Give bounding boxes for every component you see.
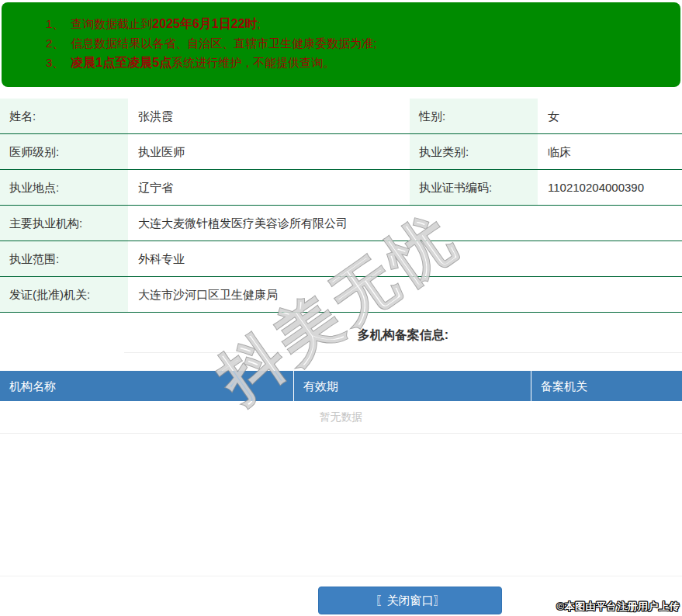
copyright-note: ©本图由平台注册用户上传 [556,600,680,614]
info-value: 临床 [538,134,682,169]
footer-divider [0,576,682,576]
info-value: 外科专业 [128,241,682,276]
notice-line: 2、信息数据结果以各省、自治区、直辖市卫生健康委数据为准; [46,33,665,53]
record-table: 机构名称有效期备案机关 暂无数据 [0,371,682,434]
info-value: 执业医师 [128,134,410,169]
record-column-header: 有效期 [293,371,531,401]
page: 1、查询数据截止到2025年6月1日22时;2、信息数据结果以各省、自治区、直辖… [0,2,682,434]
notice-number: 2、 [46,36,64,50]
info-label: 执业范围: [0,241,128,276]
info-row: 执业范围:外科专业 [0,241,682,277]
multi-org-heading: 多机构备案信息: [358,328,448,341]
notice-text: 查询数据截止到 [71,17,152,30]
info-value: 110210204000390 [538,170,682,205]
button-row: 〖关闭窗口〗 [318,587,502,614]
info-label: 执业地点: [0,170,128,205]
info-label: 发证(批准)机关: [0,277,128,312]
notice-text: ; [258,17,261,30]
info-value: 张洪霞 [128,99,410,133]
info-label: 医师级别: [0,134,128,169]
info-label: 性别: [410,99,538,133]
notice-banner: 1、查询数据截止到2025年6月1日22时;2、信息数据结果以各省、自治区、直辖… [2,2,680,87]
multi-org-section: 多机构备案信息: [124,313,682,353]
notice-line: 1、查询数据截止到2025年6月1日22时; [46,14,665,33]
notice-text: 凌晨1点至凌晨5点 [71,56,171,69]
notice-number: 3、 [46,56,64,69]
info-value: 女 [538,99,682,133]
info-label: 执业类别: [410,134,538,169]
info-row: 姓名:张洪霞性别:女 [0,99,682,134]
record-table-empty-text: 暂无数据 [0,401,682,434]
notice-list: 1、查询数据截止到2025年6月1日22时;2、信息数据结果以各省、自治区、直辖… [46,14,665,72]
doctor-info-table: 姓名:张洪霞性别:女医师级别:执业医师执业类别:临床执业地点:辽宁省执业证书编码… [0,99,682,313]
notice-text: 系统进行维护，不能提供查询。 [171,56,334,69]
info-row: 执业地点:辽宁省执业证书编码:110210204000390 [0,170,682,206]
record-table-header: 机构名称有效期备案机关 [0,371,682,401]
info-value: 大连大麦微针植发医疗美容诊所有限公司 [128,206,682,241]
info-row: 发证(批准)机关:大连市沙河口区卫生健康局 [0,277,682,313]
info-label: 执业证书编码: [410,170,538,205]
notice-text: 信息数据结果以各省、自治区、直辖市卫生健康委数据为准; [71,36,376,50]
info-value: 大连市沙河口区卫生健康局 [128,277,682,312]
info-value: 辽宁省 [128,170,410,205]
info-row: 主要执业机构:大连大麦微针植发医疗美容诊所有限公司 [0,206,682,241]
notice-number: 1、 [46,17,64,30]
notice-text: 2025年6月1日22时 [152,17,257,30]
info-label: 主要执业机构: [0,206,128,241]
record-column-header: 机构名称 [0,371,293,401]
close-window-button[interactable]: 〖关闭窗口〗 [318,587,502,614]
info-label: 姓名: [0,99,128,133]
info-row: 医师级别:执业医师执业类别:临床 [0,134,682,170]
record-column-header: 备案机关 [531,371,682,401]
notice-line: 3、凌晨1点至凌晨5点系统进行维护，不能提供查询。 [46,53,665,72]
